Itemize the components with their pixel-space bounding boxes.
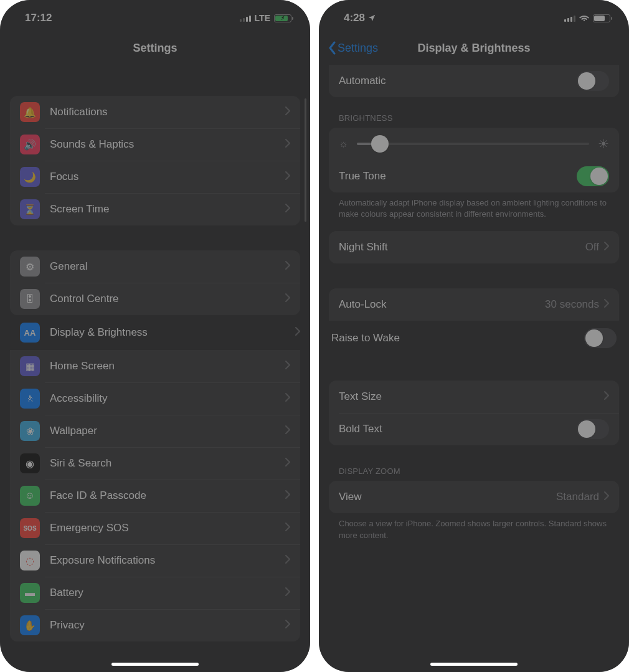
row-focus[interactable]: 🌙 Focus — [10, 161, 300, 193]
row-label: Automatic — [339, 75, 577, 87]
row-automatic[interactable]: Automatic — [329, 65, 619, 97]
row-wallpaper[interactable]: ❀ Wallpaper — [10, 415, 300, 447]
battery-icon: ⚡︎ — [274, 14, 291, 22]
battery-icon: ▬ — [20, 583, 40, 603]
automatic-toggle[interactable] — [577, 71, 609, 91]
settings-content[interactable]: 🔔 Notifications 🔊 Sounds & Haptics 🌙 Foc… — [0, 96, 310, 641]
row-value: Off — [585, 241, 599, 253]
row-label: Privacy — [50, 619, 285, 632]
raise-to-wake-toggle[interactable] — [584, 328, 617, 348]
row-siri[interactable]: ◉ Siri & Search — [10, 447, 300, 480]
row-general[interactable]: ⚙︎ General — [10, 250, 300, 283]
display-content[interactable]: Automatic BRIGHTNESS ☼ ☀︎ True Tone Auto… — [319, 65, 629, 541]
chevron-right-icon — [285, 457, 290, 470]
row-control-centre[interactable]: 🎛︎ Control Centre — [10, 283, 300, 315]
group-zoom: View Standard — [329, 481, 619, 513]
row-truetone[interactable]: True Tone — [329, 160, 619, 192]
row-raise-to-wake[interactable]: Raise to Wake — [319, 321, 629, 356]
row-faceid[interactable]: ☺︎ Face ID & Passcode — [10, 480, 300, 512]
network-label: LTE — [255, 13, 270, 23]
group-nightshift: Night Shift Off — [329, 231, 619, 263]
home-indicator[interactable] — [111, 663, 199, 666]
row-boldtext[interactable]: Bold Text — [329, 413, 619, 445]
settings-group-general: ⚙︎ General 🎛︎ Control Centre — [10, 250, 300, 315]
row-battery[interactable]: ▬ Battery — [10, 577, 300, 609]
home-indicator[interactable] — [430, 663, 518, 666]
moon-icon: 🌙 — [20, 167, 40, 187]
chevron-right-icon — [285, 619, 290, 632]
settings-group-general-cont: ▦ Home Screen 🚶︎ Accessibility ❀ Wallpap… — [10, 350, 300, 641]
chevron-right-icon — [604, 491, 609, 503]
nav-title: Settings — [133, 42, 177, 55]
chevron-right-icon — [285, 587, 290, 599]
signal-icon — [564, 14, 575, 22]
group-autolock-top: Auto-Lock 30 seconds — [329, 288, 619, 321]
row-label: Face ID & Passcode — [50, 490, 285, 502]
chevron-right-icon — [285, 392, 290, 405]
row-privacy[interactable]: ✋ Privacy — [10, 609, 300, 641]
status-left: 4:28 — [344, 12, 376, 24]
chevron-right-icon — [285, 260, 290, 273]
accessibility-icon: 🚶︎ — [20, 389, 40, 409]
row-label: General — [50, 260, 285, 273]
aa-icon: AA — [20, 323, 40, 343]
chevron-right-icon — [285, 425, 290, 437]
row-screentime[interactable]: ⏳ Screen Time — [10, 193, 300, 225]
gear-icon: ⚙︎ — [20, 257, 40, 277]
row-exposure[interactable]: ◌ Exposure Notifications — [10, 544, 300, 577]
chevron-right-icon — [285, 522, 290, 534]
settings-group-notifications: 🔔 Notifications 🔊 Sounds & Haptics 🌙 Foc… — [10, 96, 300, 225]
row-label: Accessibility — [50, 392, 285, 405]
row-accessibility[interactable]: 🚶︎ Accessibility — [10, 382, 300, 415]
row-label: Sounds & Haptics — [50, 138, 285, 151]
row-view[interactable]: View Standard — [329, 481, 619, 513]
row-sos[interactable]: SOS Emergency SOS — [10, 512, 300, 544]
status-bar: 4:28 — [319, 0, 629, 31]
brightness-slider[interactable] — [357, 143, 589, 145]
row-label: Home Screen — [50, 360, 285, 372]
sos-icon: SOS — [20, 518, 40, 538]
row-label: Auto-Lock — [339, 298, 545, 311]
row-label: Exposure Notifications — [50, 554, 285, 567]
status-time: 4:28 — [344, 12, 365, 24]
row-label: Control Centre — [50, 293, 285, 305]
wifi-icon — [579, 14, 589, 22]
row-home-screen[interactable]: ▦ Home Screen — [10, 350, 300, 382]
row-label: Siri & Search — [50, 457, 285, 470]
bell-icon: 🔔 — [20, 102, 40, 122]
brightness-slider-row[interactable]: ☼ ☀︎ — [329, 128, 619, 160]
chevron-right-icon — [295, 326, 300, 339]
row-autolock[interactable]: Auto-Lock 30 seconds — [329, 288, 619, 321]
truetone-footer: Automatically adapt iPhone display based… — [329, 192, 619, 220]
chevron-right-icon — [285, 554, 290, 567]
row-sounds[interactable]: 🔊 Sounds & Haptics — [10, 128, 300, 161]
zoom-footer: Choose a view for iPhone. Zoomed shows l… — [329, 513, 619, 541]
row-notifications[interactable]: 🔔 Notifications — [10, 96, 300, 128]
boldtext-toggle[interactable] — [577, 419, 609, 439]
row-label: Display & Brightness — [50, 326, 295, 339]
grid-icon: ▦ — [20, 356, 40, 376]
exposure-icon: ◌ — [20, 551, 40, 570]
slider-thumb[interactable] — [371, 135, 389, 153]
row-nightshift[interactable]: Night Shift Off — [329, 231, 619, 263]
back-button[interactable]: Settings — [328, 41, 378, 55]
row-label: Night Shift — [339, 241, 585, 253]
siri-icon: ◉ — [20, 453, 40, 473]
group-brightness: ☼ ☀︎ True Tone — [329, 128, 619, 192]
chevron-right-icon — [604, 390, 609, 403]
row-label: Screen Time — [50, 203, 285, 215]
truetone-toggle[interactable] — [577, 166, 609, 186]
nav-bar: Settings Display & Brightness — [319, 31, 629, 65]
group-text: Text Size Bold Text — [329, 381, 619, 445]
row-label: Wallpaper — [50, 425, 285, 437]
row-label: Focus — [50, 171, 285, 183]
status-right — [564, 14, 610, 22]
chevron-right-icon — [285, 106, 290, 118]
battery-icon — [593, 14, 610, 22]
row-textsize[interactable]: Text Size — [329, 381, 619, 413]
toggles-icon: 🎛︎ — [20, 289, 40, 309]
sun-small-icon: ☼ — [339, 138, 348, 149]
sun-large-icon: ☀︎ — [598, 136, 609, 151]
chevron-right-icon — [285, 138, 290, 151]
row-display-brightness[interactable]: AA Display & Brightness — [0, 315, 310, 350]
